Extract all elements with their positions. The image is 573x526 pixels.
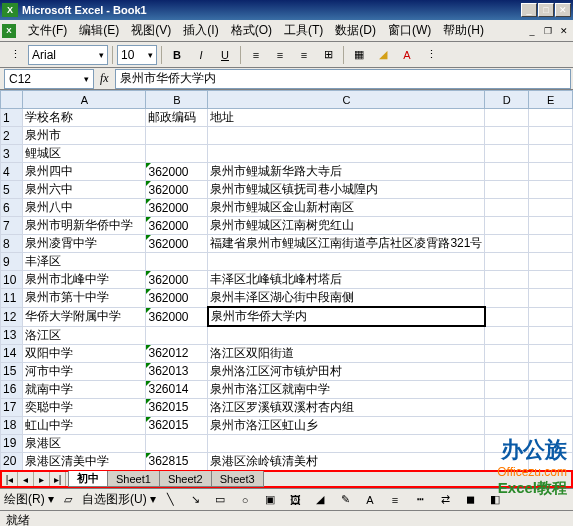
cell[interactable] xyxy=(485,398,529,416)
line-button[interactable]: ╲ xyxy=(159,489,181,511)
cell[interactable]: 泉港区涂岭镇清美村 xyxy=(208,452,485,470)
doc-restore-button[interactable]: ❐ xyxy=(541,25,555,37)
italic-button[interactable]: I xyxy=(190,44,212,66)
cell[interactable] xyxy=(529,127,573,145)
cell[interactable] xyxy=(529,380,573,398)
menu-help[interactable]: 帮助(H) xyxy=(437,20,490,41)
cell[interactable] xyxy=(208,434,485,452)
cell[interactable] xyxy=(529,181,573,199)
column-header[interactable]: C xyxy=(208,91,485,109)
cell[interactable]: 泉州市洛江区虹山乡 xyxy=(208,416,485,434)
cell[interactable] xyxy=(485,253,529,271)
cell[interactable] xyxy=(485,181,529,199)
draw-menu[interactable]: 绘图(R) ▾ xyxy=(4,491,54,508)
cell[interactable]: 泉州市鲤城区金山新村南区 xyxy=(208,199,485,217)
menu-insert[interactable]: 插入(I) xyxy=(177,20,224,41)
name-box[interactable]: C12▾ xyxy=(4,69,94,89)
cell[interactable] xyxy=(208,145,485,163)
cell[interactable]: 362000 xyxy=(146,307,208,326)
cell[interactable]: 泉州凌霄中学 xyxy=(23,235,146,253)
cell[interactable] xyxy=(485,452,529,470)
cell[interactable] xyxy=(529,109,573,127)
select-objects-button[interactable]: ▱ xyxy=(57,489,79,511)
cell[interactable]: 362015 xyxy=(146,398,208,416)
cell[interactable] xyxy=(485,217,529,235)
formula-bar[interactable]: 泉州市华侨大学内 xyxy=(115,69,571,89)
rectangle-button[interactable]: ▭ xyxy=(209,489,231,511)
cell[interactable]: 泉州市鲤城区江南树兜红山 xyxy=(208,217,485,235)
column-header[interactable]: E xyxy=(529,91,573,109)
cell[interactable]: 华侨大学附属中学 xyxy=(23,307,146,326)
cell[interactable]: 362000 xyxy=(146,271,208,289)
cell[interactable] xyxy=(146,326,208,344)
row-header[interactable]: 5 xyxy=(1,181,23,199)
cell[interactable]: 泉州市北峰中学 xyxy=(23,271,146,289)
cell[interactable] xyxy=(529,362,573,380)
cell[interactable] xyxy=(485,163,529,181)
cell[interactable]: 邮政编码 xyxy=(146,109,208,127)
maximize-button[interactable]: □ xyxy=(538,3,554,17)
row-header[interactable]: 15 xyxy=(1,362,23,380)
row-header[interactable]: 8 xyxy=(1,235,23,253)
cell[interactable]: 泉港区清美中学 xyxy=(23,452,146,470)
tab-nav-next-button[interactable]: ▸ xyxy=(34,472,50,486)
cell[interactable] xyxy=(529,199,573,217)
arrow-style-button[interactable]: ⇄ xyxy=(434,489,456,511)
cell[interactable] xyxy=(529,398,573,416)
cell[interactable]: 362000 xyxy=(146,289,208,308)
sheet-tab[interactable]: Sheet1 xyxy=(107,471,160,487)
sheet-tab[interactable]: Sheet2 xyxy=(159,471,212,487)
cell[interactable]: 鲤城区 xyxy=(23,145,146,163)
row-header[interactable]: 2 xyxy=(1,127,23,145)
cell[interactable]: 学校名称 xyxy=(23,109,146,127)
cell[interactable]: 泉州市鲤城新华路大寺后 xyxy=(208,163,485,181)
oval-button[interactable]: ○ xyxy=(234,489,256,511)
font-name-select[interactable]: Arial▾ xyxy=(28,45,108,65)
cell[interactable] xyxy=(208,326,485,344)
menu-file[interactable]: 文件(F) xyxy=(22,20,73,41)
cell[interactable]: 362000 xyxy=(146,235,208,253)
line-style-button[interactable]: ≡ xyxy=(384,489,406,511)
cell[interactable]: 362000 xyxy=(146,217,208,235)
toolbar-options-button[interactable]: ⋮ xyxy=(420,44,442,66)
menu-view[interactable]: 视图(V) xyxy=(125,20,177,41)
menu-edit[interactable]: 编辑(E) xyxy=(73,20,125,41)
align-center-button[interactable]: ≡ xyxy=(269,44,291,66)
cell[interactable]: 362815 xyxy=(146,452,208,470)
cell[interactable] xyxy=(485,416,529,434)
cell[interactable]: 福建省泉州市鲤城区江南街道亭店社区凌霄路321号 xyxy=(208,235,485,253)
font-size-select[interactable]: 10▾ xyxy=(117,45,157,65)
row-header[interactable]: 7 xyxy=(1,217,23,235)
cell[interactable]: 326014 xyxy=(146,380,208,398)
cell[interactable]: 泉州四中 xyxy=(23,163,146,181)
cell[interactable] xyxy=(208,127,485,145)
close-button[interactable]: ✕ xyxy=(555,3,571,17)
cell[interactable] xyxy=(485,344,529,362)
textbox-button[interactable]: ▣ xyxy=(259,489,281,511)
row-header[interactable]: 20 xyxy=(1,452,23,470)
row-header[interactable]: 9 xyxy=(1,253,23,271)
cell[interactable]: 丰泽区北峰镇北峰村塔后 xyxy=(208,271,485,289)
bold-button[interactable]: B xyxy=(166,44,188,66)
cell[interactable]: 泉州市洛江区就南中学 xyxy=(208,380,485,398)
menu-window[interactable]: 窗口(W) xyxy=(382,20,437,41)
cell[interactable]: 362000 xyxy=(146,163,208,181)
cell[interactable] xyxy=(485,271,529,289)
cell[interactable]: 362015 xyxy=(146,416,208,434)
column-header[interactable]: B xyxy=(146,91,208,109)
row-header[interactable]: 4 xyxy=(1,163,23,181)
merge-button[interactable]: ⊞ xyxy=(317,44,339,66)
cell[interactable] xyxy=(529,344,573,362)
minimize-button[interactable]: _ xyxy=(521,3,537,17)
fill-color-button[interactable]: ◢ xyxy=(309,489,331,511)
select-all-corner[interactable] xyxy=(1,91,23,109)
cell[interactable]: 362012 xyxy=(146,344,208,362)
cell[interactable] xyxy=(485,362,529,380)
row-header[interactable]: 16 xyxy=(1,380,23,398)
dash-style-button[interactable]: ┅ xyxy=(409,489,431,511)
cell[interactable] xyxy=(529,145,573,163)
cell[interactable] xyxy=(529,235,573,253)
cell[interactable] xyxy=(485,199,529,217)
cell[interactable]: 就南中学 xyxy=(23,380,146,398)
cell[interactable]: 泉州市第十中学 xyxy=(23,289,146,308)
